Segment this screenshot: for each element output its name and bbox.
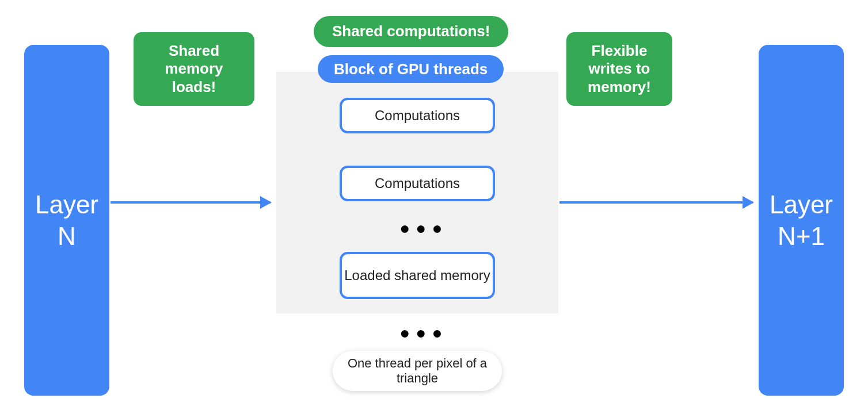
shared-memory-box-label: Loaded shared memory	[344, 267, 490, 284]
tag-flexible-writes-label: Flexible writes to memory!	[579, 42, 660, 96]
layer-n-label: Layer N	[35, 189, 98, 252]
tag-flexible-writes: Flexible writes to memory!	[566, 32, 672, 106]
thread-caption-label: One thread per pixel of a triangle	[343, 356, 492, 386]
thread-caption: One thread per pixel of a triangle	[333, 351, 502, 391]
computation-box-1: Computations	[340, 98, 495, 133]
tag-shared-computations-label: Shared computations!	[332, 22, 490, 40]
tag-shared-memory-loads-label: Shared memory loads!	[146, 42, 242, 96]
shared-memory-box: Loaded shared memory	[340, 252, 495, 299]
gpu-block-title-label: Block of GPU threads	[334, 60, 488, 78]
computation-box-2: Computations	[340, 166, 495, 201]
computation-box-2-label: Computations	[375, 175, 460, 191]
computation-box-1-label: Computations	[375, 108, 460, 124]
layer-n1-label: Layer N+1	[770, 189, 833, 252]
layer-n1-box: Layer N+1	[759, 45, 844, 396]
gpu-block-title: Block of GPU threads	[318, 55, 504, 83]
tag-shared-memory-loads: Shared memory loads!	[134, 32, 254, 106]
ellipsis-outer: ●●●	[399, 323, 448, 343]
layer-n-box: Layer N	[24, 45, 109, 396]
ellipsis-inner: ●●●	[399, 219, 448, 238]
arrow-left	[111, 201, 271, 204]
tag-shared-computations: Shared computations!	[314, 16, 508, 47]
arrow-right	[559, 201, 753, 204]
